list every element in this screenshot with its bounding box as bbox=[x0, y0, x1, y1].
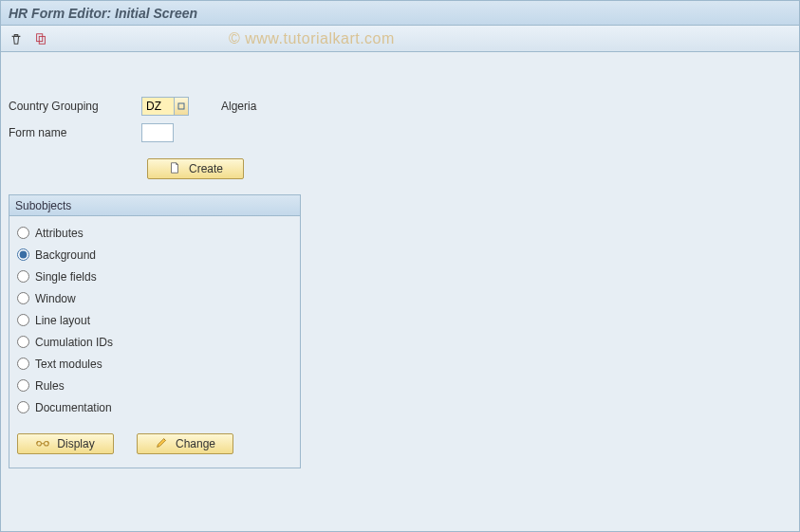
subobject-item-window[interactable]: Window bbox=[17, 287, 292, 309]
toolbar: © www.tutorialkart.com bbox=[1, 26, 799, 52]
radio-background[interactable] bbox=[17, 248, 29, 261]
pencil-icon bbox=[155, 436, 168, 452]
watermark: © www.tutorialkart.com bbox=[229, 30, 395, 47]
form-name-label: Form name bbox=[9, 126, 141, 139]
subobject-item-single-fields[interactable]: Single fields bbox=[17, 266, 292, 287]
display-button[interactable]: Display bbox=[17, 433, 114, 454]
window-title: HR Form Editor: Initial Screen bbox=[9, 6, 197, 21]
radio-attributes[interactable] bbox=[17, 227, 29, 239]
radio-documentation[interactable] bbox=[17, 401, 29, 413]
change-button[interactable]: Change bbox=[137, 433, 233, 454]
radio-single-fields[interactable] bbox=[17, 270, 29, 283]
subobject-item-rules[interactable]: Rules bbox=[17, 375, 292, 396]
subobject-item-background[interactable]: Background bbox=[17, 244, 292, 266]
main-content: Country Grouping Algeria Form name Creat… bbox=[1, 52, 799, 468]
subobject-item-documentation[interactable]: Documentation bbox=[17, 396, 292, 418]
radio-label[interactable]: Single fields bbox=[35, 270, 97, 284]
radio-label[interactable]: Cumulation IDs bbox=[35, 336, 113, 349]
radio-cumulation-ids[interactable] bbox=[17, 336, 29, 348]
subobject-item-cumulation-ids[interactable]: Cumulation IDs bbox=[17, 331, 292, 353]
form-name-input[interactable] bbox=[141, 123, 174, 142]
change-button-label: Change bbox=[176, 437, 215, 450]
radio-rules[interactable] bbox=[17, 379, 29, 392]
subobject-item-line-layout[interactable]: Line layout bbox=[17, 309, 292, 331]
window-titlebar: HR Form Editor: Initial Screen bbox=[1, 1, 799, 26]
trash-icon[interactable] bbox=[7, 29, 26, 48]
subobjects-header: Subobjects bbox=[9, 195, 300, 216]
radio-label[interactable]: Text modules bbox=[35, 358, 102, 371]
copy-icon[interactable] bbox=[31, 29, 50, 48]
radio-label[interactable]: Rules bbox=[35, 379, 65, 393]
create-button-label: Create bbox=[189, 162, 223, 175]
radio-label[interactable]: Background bbox=[35, 248, 96, 262]
subobject-item-text-modules[interactable]: Text modules bbox=[17, 353, 292, 375]
subobjects-panel: Subobjects Attributes Background Single … bbox=[9, 194, 301, 468]
radio-text-modules[interactable] bbox=[17, 358, 29, 370]
create-button[interactable]: Create bbox=[147, 158, 244, 179]
document-icon bbox=[168, 161, 181, 177]
country-grouping-label: Country Grouping bbox=[9, 100, 141, 113]
glasses-icon bbox=[36, 436, 49, 452]
display-button-label: Display bbox=[57, 437, 94, 450]
radio-label[interactable]: Documentation bbox=[35, 401, 112, 414]
radio-label[interactable]: Line layout bbox=[35, 314, 90, 327]
radio-line-layout[interactable] bbox=[17, 314, 29, 326]
radio-window[interactable] bbox=[17, 292, 29, 304]
country-grouping-desc: Algeria bbox=[221, 100, 256, 113]
radio-label[interactable]: Window bbox=[35, 292, 76, 305]
form-name-row: Form name bbox=[9, 120, 799, 145]
subobject-item-attributes[interactable]: Attributes bbox=[17, 222, 292, 244]
f4-help-icon[interactable] bbox=[174, 97, 189, 116]
country-grouping-input[interactable] bbox=[141, 97, 174, 116]
country-grouping-row: Country Grouping Algeria bbox=[9, 94, 799, 119]
radio-label[interactable]: Attributes bbox=[35, 227, 84, 240]
svg-rect-2 bbox=[178, 103, 184, 109]
subobjects-body: Attributes Background Single fields Wind… bbox=[9, 216, 300, 468]
